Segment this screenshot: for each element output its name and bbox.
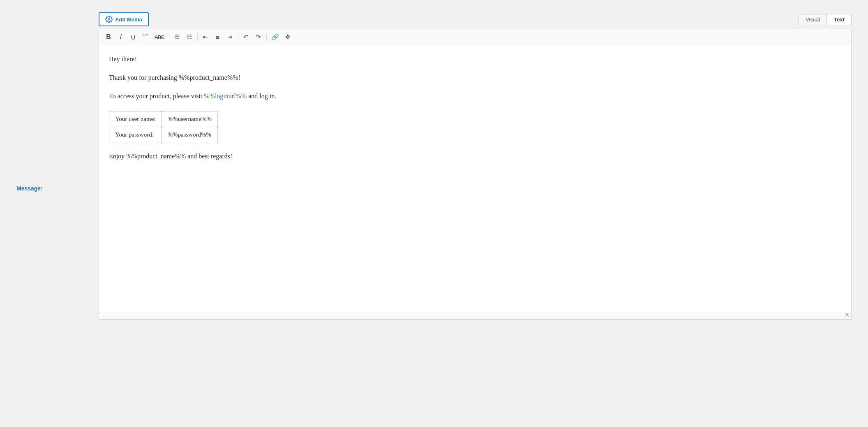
toolbar-separator-1 [169,33,169,41]
content-line3-after: and log in. [247,93,276,100]
content-line4: Enjoy %%product_name%% and best regards! [109,151,841,162]
toolbar: B I U “” ABC ☰ ☶ [99,29,851,45]
content-line1: Hey there! [109,53,841,65]
strikethrough-button[interactable]: ABC [152,32,166,42]
fullscreen-icon: ✥ [285,33,291,41]
align-center-icon: ≡ [216,34,219,41]
align-left-icon: ⇤ [203,33,208,41]
underline-icon: U [131,34,136,41]
svg-point-0 [108,19,110,21]
content-line2: Thank you for purchasing %%product_name%… [109,72,841,83]
bold-icon: B [106,33,111,41]
unordered-list-icon: ☰ [174,33,180,41]
toolbar-separator-2 [197,33,198,41]
fullscreen-button[interactable]: ✥ [283,32,293,42]
link-button[interactable]: 🔗 [269,32,281,42]
underline-button[interactable]: U [128,32,139,42]
view-switcher: Visual Text [799,14,852,25]
username-value-cell: %%username%% [162,111,217,127]
redo-button[interactable]: ↷ [253,32,264,42]
italic-button[interactable]: I [115,32,126,42]
ordered-list-button[interactable]: ☶ [184,32,195,42]
password-row: Your password: %%password%% [109,127,218,143]
username-label-cell: Your user name: [109,111,162,127]
toolbar-separator-3 [238,33,238,41]
content-line3-before: To access your product, please visit [109,93,204,100]
align-center-button[interactable]: ≡ [212,32,223,42]
password-value-cell: %%password%% [162,127,217,143]
content-line3: To access your product, please visit %%l… [109,91,841,102]
align-right-button[interactable]: ⇥ [225,32,235,42]
italic-icon: I [120,33,122,41]
visual-button[interactable]: Visual [799,14,827,25]
unordered-list-button[interactable]: ☰ [172,32,182,42]
toolbar-separator-4 [266,33,267,41]
password-label-cell: Your password: [109,127,162,143]
align-left-button[interactable]: ⇤ [200,32,211,42]
align-right-icon: ⇥ [227,33,233,41]
bold-button[interactable]: B [103,32,114,42]
editor-container: B I U “” ABC ☰ ☶ [99,29,852,320]
login-url-link[interactable]: %%loginurl%% [204,93,247,100]
credentials-table: Your user name: %%username%% Your passwo… [109,111,218,143]
top-bar: Add Media Visual Text [99,12,852,29]
add-media-label: Add Media [115,16,142,23]
link-icon: 🔗 [271,33,279,41]
username-row: Your user name: %%username%% [109,111,218,127]
undo-icon: ↶ [243,33,249,41]
editor-content[interactable]: Hey there! Thank you for purchasing %%pr… [99,45,851,313]
blockquote-icon: “” [143,33,148,41]
editor-footer: ⇱ [99,313,851,319]
message-label: Message: [16,185,43,192]
redo-icon: ↷ [256,33,261,41]
undo-button[interactable]: ↶ [241,32,252,42]
add-media-button[interactable]: Add Media [99,12,149,26]
text-button[interactable]: Text [827,14,852,25]
strikethrough-icon: ABC [155,34,164,40]
blockquote-button[interactable]: “” [140,32,151,42]
add-media-icon [105,16,113,23]
resize-handle-icon[interactable]: ⇱ [845,313,850,318]
ordered-list-icon: ☶ [187,33,192,41]
